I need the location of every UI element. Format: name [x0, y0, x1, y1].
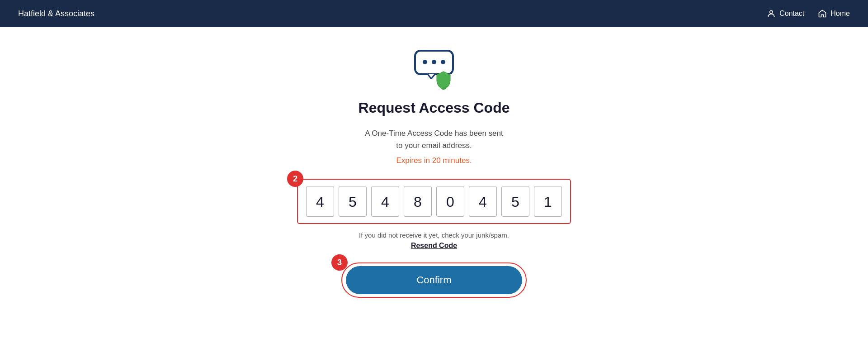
brand-name: Hatfield & Associates — [18, 9, 94, 19]
digit-4[interactable]: 8 — [404, 186, 432, 217]
digit-3[interactable]: 4 — [371, 186, 399, 217]
confirm-section: 3 Confirm — [341, 262, 527, 298]
spam-note: If you did not receive it yet, check you… — [359, 231, 509, 239]
confirm-outer-box: Confirm — [341, 262, 527, 298]
home-link[interactable]: Home — [818, 9, 850, 18]
svg-point-0 — [770, 10, 773, 14]
contact-link[interactable]: Contact — [767, 9, 804, 18]
digit-1[interactable]: 4 — [306, 186, 334, 217]
person-icon — [767, 9, 776, 18]
resend-code-link[interactable]: Resend Code — [411, 242, 457, 250]
code-input-section: 2 4 5 4 8 0 4 5 1 — [297, 179, 571, 224]
nav-links: Contact Home — [767, 9, 850, 18]
digit-5[interactable]: 0 — [436, 186, 464, 217]
digit-8[interactable]: 1 — [534, 186, 562, 217]
digit-2[interactable]: 5 — [339, 186, 367, 217]
shield-icon — [435, 71, 452, 91]
header-icon — [411, 50, 457, 91]
svg-point-4 — [441, 60, 445, 64]
expiry-text: Expires in 20 minutes. — [396, 156, 472, 165]
digit-7[interactable]: 5 — [501, 186, 529, 217]
main-content: Request Access Code A One-Time Access Co… — [0, 27, 868, 298]
home-icon — [818, 9, 827, 18]
navbar: Hatfield & Associates Contact Home — [0, 0, 868, 27]
page-title: Request Access Code — [359, 100, 510, 116]
svg-point-3 — [432, 60, 436, 64]
code-outer-box: 4 5 4 8 0 4 5 1 — [297, 179, 571, 224]
svg-point-2 — [423, 60, 427, 64]
confirm-button[interactable]: Confirm — [346, 266, 522, 294]
digit-6[interactable]: 4 — [469, 186, 497, 217]
description-line1: A One-Time Access Code has been sent to … — [365, 127, 503, 152]
